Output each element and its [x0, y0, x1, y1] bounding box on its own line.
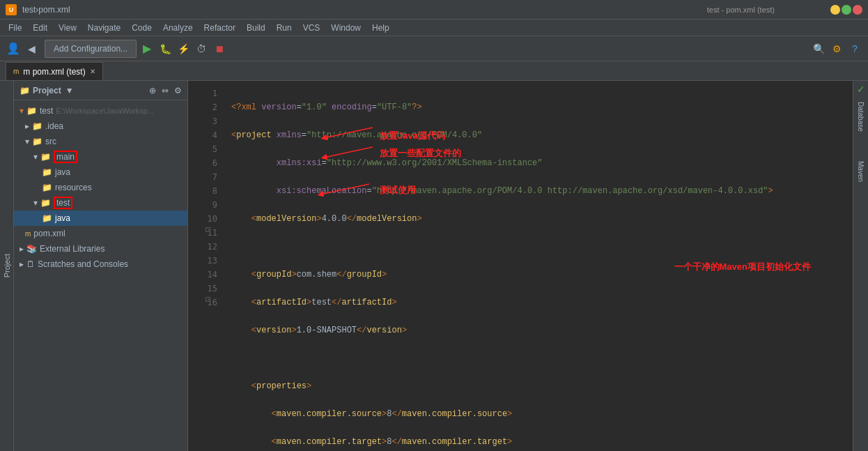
tree-label: test [54, 197, 72, 209]
expand-icon: ▾ [25, 137, 29, 146]
folder-icon: 📁 [42, 213, 52, 223]
tree-item-pom-xml[interactable]: m pom.xml [14, 226, 187, 241]
folder-icon: 📁 [32, 137, 42, 146]
run-button[interactable]: ▶ [139, 41, 155, 56]
code-line-11: <properties> [231, 379, 844, 393]
menu-analyze[interactable]: Analyze [157, 22, 199, 34]
menu-code[interactable]: Code [126, 22, 157, 34]
maximize-button[interactable] [842, 5, 851, 15]
tree-label: src [45, 137, 56, 146]
menu-view[interactable]: View [53, 22, 82, 34]
settings-icon[interactable]: ⚙ [829, 41, 844, 56]
code-line-9: <version>1.0-SNAPSHOT</version> [231, 323, 844, 337]
tree-label: main [54, 151, 77, 163]
code-line-3: xmlns:xsi="http://www.w3.org/2001/XMLSch… [231, 156, 844, 170]
code-line-7: <groupId>com.shem</groupId> [231, 268, 844, 282]
database-label[interactable]: Database [857, 102, 865, 132]
collapse-icon[interactable]: ⇔ [162, 86, 169, 95]
menu-run[interactable]: Run [271, 22, 297, 34]
window-controls[interactable] [830, 5, 862, 15]
menu-navigate[interactable]: Navigate [82, 22, 126, 34]
tree-label: resources [55, 183, 92, 192]
menu-build[interactable]: Build [241, 22, 271, 34]
tab-icon: m [13, 68, 19, 75]
tree-label: Scratches and Consoles [38, 259, 128, 269]
back-icon[interactable]: ◀ [24, 41, 39, 56]
menu-edit[interactable]: Edit [27, 22, 53, 34]
folder-icon: 📚 [26, 244, 37, 254]
close-button[interactable] [853, 5, 862, 15]
run-coverage-button[interactable]: ⚡ [176, 41, 191, 56]
folder-icon: 📁 [40, 152, 51, 162]
tree-item-main[interactable]: ▾ 📁 main [14, 149, 187, 165]
search-everywhere-icon[interactable]: 🔍 [811, 41, 826, 56]
tree-label: pom.xml [33, 229, 65, 238]
code-content[interactable]: <?xml version="1.0" encoding="UTF-8"?> <… [223, 81, 853, 451]
tree-item-external-libraries[interactable]: ▸ 📚 External Libraries [14, 241, 187, 257]
folder-icon: 📁 [42, 167, 52, 177]
code-line-8: <artifactId>test</artifactId> [231, 296, 844, 309]
project-icon: 📁 [20, 86, 30, 95]
title-file: pom.xml [38, 5, 70, 15]
settings-icon[interactable]: ⚙ [174, 86, 182, 95]
project-side-label[interactable]: Project [0, 81, 14, 451]
code-line-5: <modelVersion>4.0.0</modelVersion> [231, 212, 844, 226]
tree-path: E:\Workspace\JavaWorksp... [56, 107, 154, 115]
tab-pom-xml[interactable]: m m pom.xml (test) ✕ [6, 62, 103, 80]
profile-button[interactable]: ⏱ [194, 41, 209, 56]
menu-file[interactable]: File [3, 22, 27, 34]
editor-area: 1 2 3 4 5 6 7 8 9 10 11- 12 13 14 15 16-… [188, 81, 853, 451]
project-dropdown-icon[interactable]: ▼ [65, 86, 74, 95]
code-line-12: <maven.compiler.source>8</maven.compiler… [231, 407, 844, 421]
menu-vcs[interactable]: VCS [297, 22, 326, 34]
expand-icon: ▸ [20, 244, 24, 254]
toolbar: 👤 ◀ Add Configuration... ▶ 🐛 ⚡ ⏱ ⏹ 🔍 ⚙ ? [0, 36, 868, 61]
title-bar: U test › pom.xml test - pom.xml (test) [0, 0, 868, 20]
tree-item-test-root[interactable]: ▾ 📁 test E:\Workspace\JavaWorksp... [14, 103, 187, 119]
tree-label: test [40, 106, 53, 116]
file-icon: m [25, 230, 31, 238]
help-icon[interactable]: ? [847, 41, 862, 56]
tree-item-test[interactable]: ▾ 📁 test [14, 195, 187, 211]
menu-bar: File Edit View Navigate Code Analyze Ref… [0, 20, 868, 36]
add-module-icon[interactable]: ⊕ [149, 86, 156, 95]
menu-window[interactable]: Window [325, 22, 366, 34]
tree-label: External Libraries [40, 244, 104, 254]
minimize-button[interactable] [830, 5, 840, 15]
tab-bar: m m pom.xml (test) ✕ [0, 61, 868, 81]
scratches-icon: 🗒 [26, 259, 35, 269]
title-breadcrumb: test [22, 5, 36, 15]
code-area: 1 2 3 4 5 6 7 8 9 10 11- 12 13 14 15 16-… [188, 81, 853, 451]
project-title: Project [33, 86, 61, 95]
menu-refactor[interactable]: Refactor [199, 22, 241, 34]
tree-item-java-main[interactable]: 📁 java [14, 165, 187, 180]
code-line-13: <maven.compiler.target>8</maven.compiler… [231, 435, 844, 449]
stop-button[interactable]: ⏹ [212, 41, 227, 56]
right-sidebar: ✓ Database Maven [853, 81, 868, 451]
tree-label: java [55, 167, 70, 177]
debug-button[interactable]: 🐛 [157, 41, 173, 56]
code-line-1: <?xml version="1.0" encoding="UTF-8"?> [231, 100, 844, 114]
expand-icon: ▾ [33, 152, 38, 162]
tree-label: java [55, 213, 70, 223]
avatar-icon[interactable]: 👤 [6, 41, 21, 56]
line-numbers: 1 2 3 4 5 6 7 8 9 10 11- 12 13 14 15 16- [188, 81, 223, 451]
tab-close-icon[interactable]: ✕ [90, 68, 95, 75]
folder-icon: 📁 [32, 121, 42, 131]
add-configuration-button[interactable]: Add Configuration... [45, 40, 137, 58]
menu-help[interactable]: Help [366, 22, 395, 34]
tree-item-idea[interactable]: ▸ 📁 .idea [14, 119, 187, 134]
tree-item-src[interactable]: ▾ 📁 src [14, 134, 187, 149]
project-panel: 📁 Project ▼ ⊕ ⇔ ⚙ ▾ 📁 test E:\Workspace\… [14, 81, 188, 451]
maven-label[interactable]: Maven [857, 161, 865, 182]
folder-icon: 📁 [42, 183, 52, 192]
expand-icon: ▸ [25, 121, 29, 131]
tree-item-scratches[interactable]: ▸ 🗒 Scratches and Consoles [14, 257, 187, 272]
tree-item-resources[interactable]: 📁 resources [14, 180, 187, 195]
code-line-6 [231, 240, 844, 254]
tree-item-java-test[interactable]: 📁 java [14, 211, 187, 226]
expand-icon: ▸ [20, 259, 24, 269]
folder-icon: 📁 [26, 106, 37, 116]
tab-label: m pom.xml (test) [23, 67, 85, 77]
app-icon: U [6, 4, 17, 15]
